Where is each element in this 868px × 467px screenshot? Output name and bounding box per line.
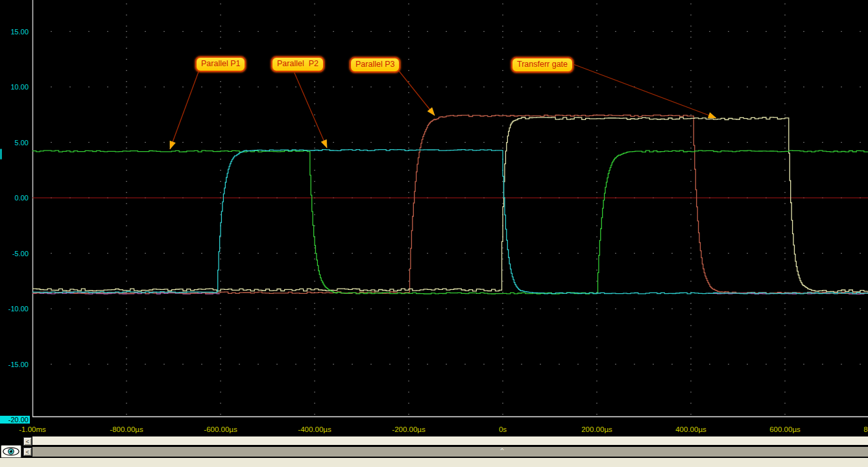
- x-axis-label: -400.00µs: [298, 425, 332, 433]
- scroll-left-button-bottom[interactable]: <: [23, 448, 32, 456]
- oscilloscope-window: 15.0010.005.000.00-5.00-10.00-15.00-20.0…: [0, 0, 868, 467]
- x-axis-label: 400.00µs: [675, 425, 706, 433]
- trigger-position-marker[interactable]: ^: [500, 447, 504, 455]
- callout-transferr-gate[interactable]: Transferr gate: [511, 57, 573, 73]
- h-scrollbar-top-row: <: [0, 433, 868, 447]
- x-axis-label: 0s: [499, 425, 507, 433]
- y-axis-label: -5.00: [12, 250, 29, 257]
- h-scrollbar-bottom-row: < ^: [0, 447, 868, 458]
- scrollbar-track-bottom[interactable]: ^: [32, 447, 868, 457]
- left-edge-channel-marker: [0, 149, 2, 160]
- callout-arrow-head: [321, 139, 327, 148]
- callout-arrow-line: [572, 64, 716, 118]
- y-axis-label: 5.00: [15, 139, 29, 147]
- x-axis-label: -200.00µs: [392, 425, 426, 433]
- scrollbar-track-top[interactable]: [32, 436, 868, 445]
- y-axis-label: 15.00: [10, 28, 29, 36]
- callout-arrow-head: [170, 141, 175, 149]
- x-axis-label: -1.00ms: [19, 425, 46, 433]
- x-axis-label: 800.00µs: [863, 425, 868, 433]
- callout-arrow-line: [170, 70, 199, 149]
- y-axis-label: -10.00: [8, 305, 29, 313]
- visibility-eye-button[interactable]: [1, 445, 21, 458]
- waveform-plot: 15.0010.005.000.00-5.00-10.00-15.00-20.0…: [0, 0, 868, 436]
- callout-arrow-head: [708, 113, 716, 118]
- scroll-left-button-top[interactable]: <: [23, 437, 32, 446]
- y-axis-label: 0.00: [15, 194, 29, 202]
- x-axis-label: 600.00µs: [769, 425, 801, 433]
- x-axis-label: -800.00µs: [110, 425, 143, 433]
- callout-parallel-p1[interactable]: Parallel P1: [195, 56, 246, 72]
- y-axis-label: -15.00: [8, 361, 29, 368]
- x-axis-label: 200.00µs: [581, 425, 612, 433]
- trace-parallel-p3: [32, 115, 868, 293]
- trace-parallel-p1: [32, 150, 868, 294]
- bottom-strip: [0, 458, 868, 467]
- eye-icon: [1, 446, 21, 457]
- y-axis-label: 10.00: [10, 83, 29, 91]
- callout-arrow-line: [398, 69, 435, 115]
- x-axis-label: -600.00µs: [204, 425, 237, 433]
- callout-arrow-head: [428, 108, 435, 115]
- callout-parallel-p2[interactable]: Parallel P2: [271, 56, 324, 72]
- callout-arrow-line: [293, 70, 327, 148]
- callout-parallel-p3[interactable]: Parallel P3: [350, 57, 400, 73]
- trace-transferr-gate: [32, 117, 868, 293]
- trace-parallel-p2: [32, 150, 868, 294]
- y-axis-label: -20.00: [8, 416, 29, 424]
- grid-dots: [51, 3, 860, 414]
